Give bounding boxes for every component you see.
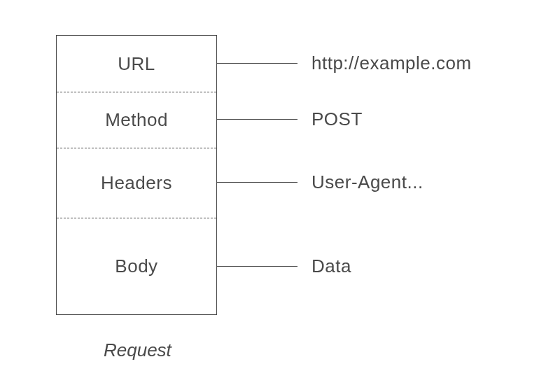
label-body: Body [115,255,158,277]
request-box: URL Method Headers Body [56,35,217,315]
connector-headers [217,182,298,183]
label-url: URL [118,53,155,75]
connector-method [217,119,298,120]
row-headers-label: Headers [57,148,216,218]
value-method: POST [312,108,363,130]
connector-url [217,63,298,64]
diagram-caption: Request [104,340,172,361]
value-body: Data [312,255,351,277]
value-url: http://example.com [312,52,472,74]
label-headers: Headers [101,172,172,194]
row-url-label: URL [57,36,216,92]
row-method-label: Method [57,92,216,148]
connector-body [217,266,298,267]
value-headers: User-Agent... [312,172,424,193]
http-request-diagram: URL Method Headers Body http://example.c… [0,0,560,392]
label-method: Method [105,109,168,131]
row-body-label: Body [57,218,216,314]
